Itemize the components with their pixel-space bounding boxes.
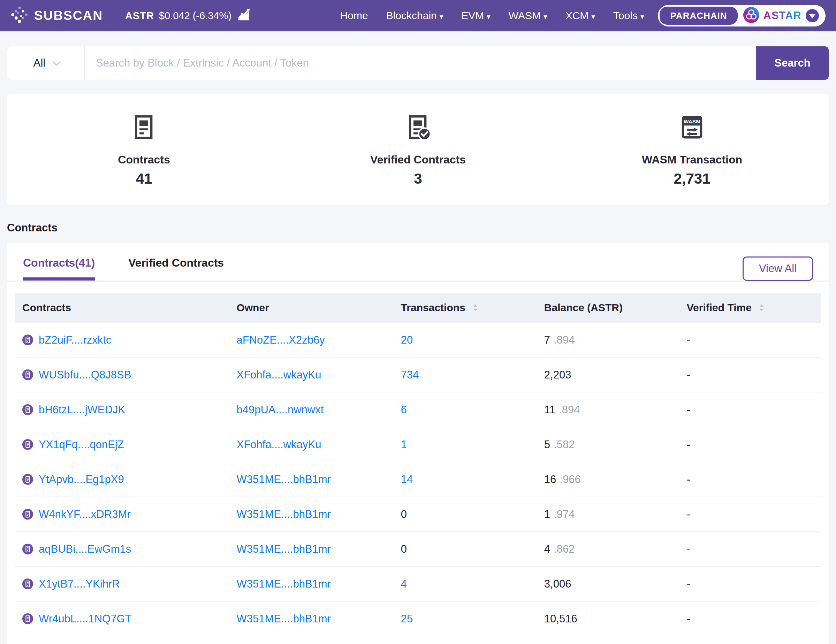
contract-link[interactable]: WUSbfu....Q8J8SB xyxy=(39,369,131,381)
contract-link[interactable]: aqBUBi....EwGm1s xyxy=(39,543,131,556)
contract-link[interactable]: Wr4ubL....1NQ7GT xyxy=(39,613,131,625)
page-title: Contracts xyxy=(7,222,829,234)
contract-link[interactable]: W4nkYF....xDR3Mr xyxy=(39,508,131,521)
search-button[interactable]: Search xyxy=(756,46,829,80)
transactions-link[interactable]: 0 xyxy=(401,508,407,521)
contract-icon xyxy=(22,579,33,589)
network-chevron-down-icon[interactable] xyxy=(806,9,819,22)
contract-link[interactable]: YtApvb....Eg1pX9 xyxy=(39,473,124,486)
chevron-down-icon: ▾ xyxy=(640,13,644,20)
nav-blockchain[interactable]: Blockchain ▾ xyxy=(386,10,443,21)
transactions-link[interactable]: 1 xyxy=(401,439,407,451)
nav-home[interactable]: Home xyxy=(340,10,368,21)
transactions-link[interactable]: 25 xyxy=(401,613,413,625)
search-input[interactable] xyxy=(85,46,756,80)
stat-label: WASM Transaction xyxy=(642,153,742,166)
stat-value: 2,731 xyxy=(674,170,710,187)
table-body: bZ2uiF....rzxktc aFNoZE....X2zb6y 20 7.8… xyxy=(15,323,821,636)
transactions-link[interactable]: 734 xyxy=(401,369,419,381)
view-all-button[interactable]: View All xyxy=(743,256,813,281)
contract-icon xyxy=(22,404,33,415)
owner-link[interactable]: W351ME....bhB1mr xyxy=(236,578,330,590)
owner-link[interactable]: b49pUA....nwnwxt xyxy=(236,404,323,416)
contract-link[interactable]: X1ytB7....YKihrR xyxy=(39,578,120,590)
verified-time: - xyxy=(680,508,821,521)
owner-link[interactable]: XFohfa....wkayKu xyxy=(236,369,321,381)
column-header-balance: Balance (ASTR) xyxy=(537,302,680,314)
token-price: $0.042 (-6.34%) xyxy=(159,10,232,21)
owner-link[interactable]: XFohfa....wkayKu xyxy=(236,439,321,451)
balance-value: 7 xyxy=(544,334,550,346)
verified-time: - xyxy=(680,404,821,416)
chevron-down-icon: ▾ xyxy=(439,13,443,20)
subscan-brand[interactable]: SUBSCAN xyxy=(10,6,103,25)
table-row: X1ytB7....YKihrR W351ME....bhB1mr 4 3,00… xyxy=(15,567,821,602)
contract-icon xyxy=(22,544,33,554)
table-row: YtApvb....Eg1pX9 W351ME....bhB1mr 14 16.… xyxy=(15,462,821,497)
contract-icon xyxy=(22,613,33,624)
token-price-group: ASTR $0.042 (-6.34%) xyxy=(125,8,251,24)
price-chart-icon[interactable] xyxy=(236,8,251,24)
table-row: bH6tzL....jWEDJK b49pUA....nwnwxt 6 11.8… xyxy=(15,392,821,427)
contract-icon xyxy=(22,439,33,450)
search-filter-dropdown[interactable]: All xyxy=(7,46,85,80)
owner-link[interactable]: W351ME....bhB1mr xyxy=(236,613,330,625)
table-row: W4nkYF....xDR3Mr W351ME....bhB1mr 0 1.97… xyxy=(15,497,821,532)
column-header-verified-time[interactable]: Verified Time xyxy=(680,302,821,314)
parachain-button[interactable]: PARACHAIN xyxy=(660,7,737,25)
sort-icon[interactable] xyxy=(472,303,478,312)
brand-name: SUBSCAN xyxy=(34,8,103,23)
stat-label: Contracts xyxy=(118,153,170,166)
balance-decimals: .894 xyxy=(559,404,580,416)
balance-decimals: .582 xyxy=(554,439,575,451)
nav-tools[interactable]: Tools ▾ xyxy=(613,10,644,21)
chevron-down-icon: ▾ xyxy=(487,13,490,20)
contract-document-icon xyxy=(131,114,158,142)
transactions-link[interactable]: 6 xyxy=(401,404,407,416)
contract-link[interactable]: bZ2uiF....rzxktc xyxy=(39,334,111,346)
transactions-link[interactable]: 0 xyxy=(401,543,407,556)
table-row: aqBUBi....EwGm1s W351ME....bhB1mr 0 4.86… xyxy=(15,532,821,567)
nav-evm[interactable]: EVM ▾ xyxy=(461,10,490,21)
stat-value: 41 xyxy=(136,170,152,187)
balance-value: 16 xyxy=(544,473,556,486)
nav-xcm[interactable]: XCM ▾ xyxy=(565,10,595,21)
nav-evm-label: EVM xyxy=(461,10,484,21)
column-header-transactions[interactable]: Transactions xyxy=(394,302,537,314)
verified-time: - xyxy=(680,543,821,556)
balance-value: 4 xyxy=(544,543,550,556)
nav-wasm-label: WASM xyxy=(509,10,541,21)
sort-icon[interactable] xyxy=(759,303,764,312)
transactions-link[interactable]: 20 xyxy=(401,334,413,346)
owner-link[interactable]: W351ME....bhB1mr xyxy=(236,508,330,521)
contract-link[interactable]: bH6tzL....jWEDJK xyxy=(39,404,125,416)
balance-value: 5 xyxy=(544,439,550,451)
contract-icon xyxy=(22,509,33,520)
stat-contracts: Contracts 41 xyxy=(7,114,281,205)
column-header-owner: Owner xyxy=(229,302,394,314)
owner-link[interactable]: W351ME....bhB1mr xyxy=(236,473,330,486)
stat-verified-contracts: Verified Contracts 3 xyxy=(281,114,555,205)
table-row: Wr4ubL....1NQ7GT W351ME....bhB1mr 25 10,… xyxy=(15,602,821,636)
owner-link[interactable]: W351ME....bhB1mr xyxy=(236,543,330,556)
balance-value: 10,516 xyxy=(544,613,577,625)
chevron-down-icon: ▾ xyxy=(591,13,595,20)
tab-verified-contracts[interactable]: Verified Contracts xyxy=(128,243,224,280)
contract-link[interactable]: YX1qFq....qonEjZ xyxy=(39,439,124,451)
network-selector: PARACHAIN xyxy=(658,5,826,26)
network-current[interactable]: ASTAR xyxy=(743,7,824,24)
balance-decimals: .966 xyxy=(560,473,580,486)
stat-value: 3 xyxy=(414,170,422,187)
transactions-link[interactable]: 4 xyxy=(401,578,407,590)
search-bar: All Search xyxy=(7,46,829,80)
verified-time: - xyxy=(680,334,821,346)
balance-value: 11 xyxy=(544,404,555,416)
nav-wasm[interactable]: WASM ▾ xyxy=(509,10,547,21)
contracts-card: Contracts(41) Verified Contracts View Al… xyxy=(7,243,829,644)
owner-link[interactable]: aFNoZE....X2zb6y xyxy=(236,334,325,346)
contract-icon xyxy=(22,334,33,346)
transactions-link[interactable]: 14 xyxy=(401,473,413,486)
svg-text:WASM: WASM xyxy=(684,119,700,124)
tab-contracts[interactable]: Contracts(41) xyxy=(23,243,95,280)
network-name: ASTAR xyxy=(764,10,802,22)
